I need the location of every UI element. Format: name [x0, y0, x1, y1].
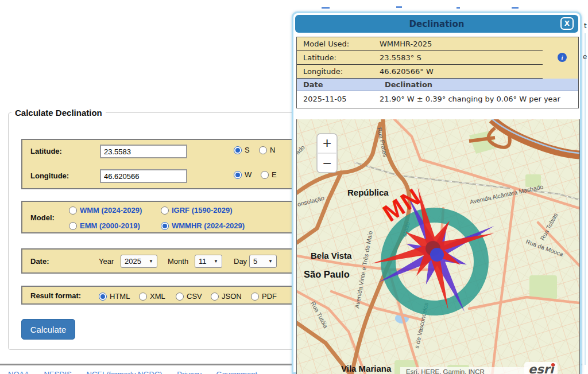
- radio-selected-icon[interactable]: [234, 171, 242, 179]
- year-select[interactable]: 2025▼: [121, 255, 157, 268]
- esri-logo: esri: [528, 363, 555, 374]
- compass-center-blue: [430, 248, 444, 262]
- calculate-button[interactable]: Calculate: [21, 319, 75, 340]
- chevron-down-icon: ▼: [268, 259, 273, 264]
- close-button[interactable]: X: [560, 17, 574, 30]
- radio-icon[interactable]: [69, 207, 77, 215]
- map[interactable]: Rua Prates onsolação Avenida Alcântara M…: [296, 119, 580, 374]
- model-wmmhr-radio[interactable]: WMMHR (2024-2029): [161, 221, 245, 230]
- radio-icon[interactable]: [176, 293, 184, 301]
- obscured-link-fragment: [396, 6, 402, 8]
- zoom-in-button[interactable]: +: [323, 134, 331, 151]
- model-box: Model: WMM (2024-2029) IGRF (1590-2029) …: [21, 201, 294, 233]
- cutoff-text: e: [583, 53, 587, 61]
- radio-icon[interactable]: [161, 207, 169, 215]
- table-header-row: Date Declination: [297, 79, 578, 91]
- day-label: Day: [234, 257, 247, 266]
- radio-label: HTML: [110, 292, 130, 301]
- footer-link[interactable]: Government: [216, 370, 258, 374]
- declination-column-header: Declination: [378, 79, 578, 91]
- chevron-down-icon: ▼: [214, 259, 218, 264]
- row-value: 46.620566° W: [378, 65, 543, 79]
- model-emm-radio[interactable]: EMM (2000-2019): [69, 221, 140, 230]
- table-data-row: 2025-11-05 21.90° W ± 0.39° changing by …: [297, 91, 578, 108]
- radio-icon[interactable]: [139, 293, 147, 301]
- radio-selected-icon[interactable]: [234, 146, 242, 154]
- svg-text:Vila Mariana: Vila Mariana: [341, 364, 392, 373]
- result-declination: 21.90° W ± 0.39° changing by 0.06° W per…: [378, 91, 578, 108]
- info-icon[interactable]: i: [558, 53, 567, 62]
- radio-label: WMMHR (2024-2029): [172, 221, 245, 230]
- radio-icon[interactable]: [251, 293, 259, 301]
- radio-label: S: [245, 146, 250, 154]
- radio-label: E: [272, 170, 277, 179]
- format-xml-radio[interactable]: XML: [139, 292, 165, 301]
- attribution-text: Esri, HERE, Garmin, INCR: [406, 368, 485, 374]
- result-format-label: Result format:: [30, 291, 81, 300]
- day-select[interactable]: 5▼: [249, 255, 277, 268]
- table-row: Longitude: 46.620566° W: [297, 65, 578, 79]
- year-value: 2025: [125, 257, 141, 266]
- date-box: Date: Year 2025▼ Month 11▼ Day 5▼: [21, 248, 294, 274]
- radio-label: IGRF (1590-2029): [172, 206, 233, 215]
- radio-label: XML: [150, 292, 165, 301]
- radio-label: CSV: [187, 292, 202, 301]
- latitude-n-radio[interactable]: N: [259, 146, 275, 154]
- esri-logo-dot: [551, 363, 555, 367]
- footer-links: NOAA NESDIS NCEI (formerly NGDC) Privacy…: [8, 370, 270, 374]
- longitude-label: Longitude:: [30, 172, 69, 180]
- model-igrf-radio[interactable]: IGRF (1590-2029): [161, 206, 233, 215]
- format-html-radio[interactable]: HTML: [99, 292, 130, 301]
- radio-label: W: [245, 170, 252, 179]
- chevron-down-icon: ▼: [149, 259, 153, 264]
- format-json-radio[interactable]: JSON: [211, 292, 242, 301]
- footer-link[interactable]: NCEI (formerly NGDC): [87, 370, 163, 374]
- longitude-e-radio[interactable]: E: [261, 170, 277, 179]
- longitude-w-radio[interactable]: W: [234, 170, 252, 179]
- background-panel-edge: [585, 33, 586, 365]
- radio-label: WMM (2024-2029): [80, 206, 142, 215]
- model-label: Model:: [30, 213, 55, 222]
- result-format-box: Result format: HTML XML CSV JSON PDF: [21, 286, 294, 305]
- radio-selected-icon[interactable]: [99, 293, 107, 301]
- radio-icon[interactable]: [211, 293, 219, 301]
- radio-icon[interactable]: [259, 146, 267, 154]
- format-pdf-radio[interactable]: PDF: [251, 292, 277, 301]
- longitude-input[interactable]: [100, 169, 187, 183]
- latitude-input[interactable]: [100, 145, 187, 158]
- footer-link[interactable]: NOAA: [8, 370, 29, 374]
- month-label: Month: [168, 257, 188, 266]
- model-wmm-radio[interactable]: WMM (2024-2029): [69, 206, 142, 215]
- date-label: Date:: [30, 257, 49, 266]
- row-label: Model Used:: [297, 37, 378, 51]
- declination-dialog: Declination X Model Used: WMMHR-2025 Lat…: [292, 11, 582, 374]
- row-label: Latitude:: [297, 51, 378, 65]
- radio-label: EMM (2000-2019): [80, 221, 140, 230]
- result-table: Model Used: WMMHR-2025 Latitude: 23.5583…: [296, 37, 579, 108]
- footer-link[interactable]: NESDIS: [44, 370, 71, 374]
- map-zoom-control: + −: [317, 134, 337, 173]
- row-label: Longitude:: [297, 65, 378, 79]
- latitude-label: Latitude:: [30, 147, 62, 155]
- footer-link[interactable]: Privacy: [177, 370, 202, 374]
- dialog-header[interactable]: Declination X: [295, 15, 578, 33]
- svg-text:República: República: [347, 188, 389, 197]
- radio-icon[interactable]: [69, 222, 77, 230]
- latitude-s-radio[interactable]: S: [234, 146, 250, 154]
- fieldset-legend: Calculate Declination: [11, 108, 106, 118]
- radio-label: PDF: [262, 292, 277, 301]
- radio-label: JSON: [222, 292, 242, 301]
- date-column-header: Date: [297, 79, 378, 91]
- zoom-out-button[interactable]: −: [323, 155, 331, 172]
- format-csv-radio[interactable]: CSV: [176, 292, 202, 301]
- radio-selected-icon[interactable]: [161, 222, 169, 230]
- obscured-link-fragment: [512, 7, 519, 9]
- obscured-link-fragment: [322, 7, 330, 9]
- radio-icon[interactable]: [261, 171, 269, 179]
- day-value: 5: [253, 257, 257, 266]
- radio-label: N: [270, 146, 275, 154]
- month-select[interactable]: 11▼: [195, 255, 222, 268]
- result-date: 2025-11-05: [297, 91, 378, 108]
- dialog-title: Declination: [409, 19, 465, 29]
- table-row: Latitude: 23.5583° S i: [297, 51, 578, 65]
